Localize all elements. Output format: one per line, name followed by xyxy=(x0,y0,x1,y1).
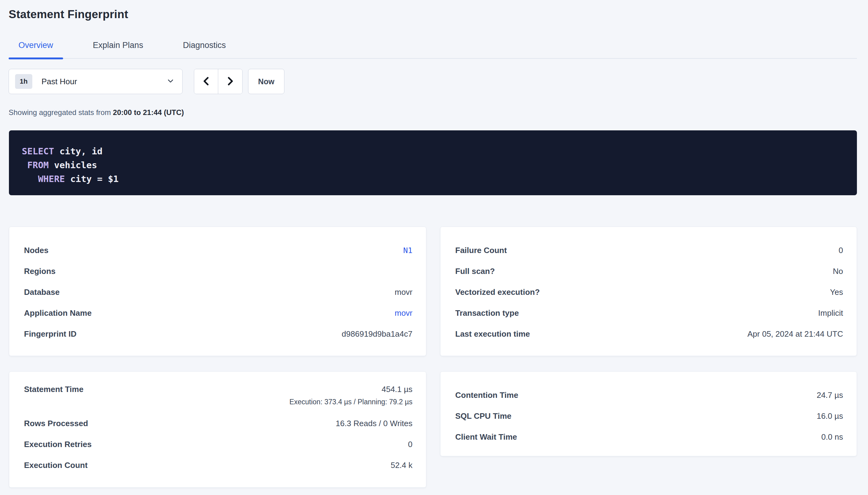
nodes-link[interactable]: N1 xyxy=(403,246,412,255)
last-execution-time-value: Apr 05, 2024 at 21:44 UTC xyxy=(747,329,843,339)
statement-details-card: Nodes N1 Regions Database movr Applicati… xyxy=(9,227,426,356)
transaction-type-label: Transaction type xyxy=(455,308,519,318)
execution-retries-label: Execution Retries xyxy=(24,440,92,449)
chevron-left-icon xyxy=(202,75,211,88)
contention-time-label: Contention Time xyxy=(455,391,518,400)
sql-keyword: FROM xyxy=(27,160,49,170)
time-range-label: Past Hour xyxy=(42,77,77,86)
database-value: movr xyxy=(395,288,412,297)
time-range-dropdown[interactable]: 1h Past Hour xyxy=(9,69,182,94)
vectorized-value: Yes xyxy=(830,288,843,297)
time-controls: 1h Past Hour Now xyxy=(9,69,284,94)
execution-count-value: 52.4 k xyxy=(391,461,412,470)
execution-count-label: Execution Count xyxy=(24,461,88,470)
time-interval-badge: 1h xyxy=(15,74,32,89)
full-scan-label: Full scan? xyxy=(455,267,495,276)
sql-line-3: WHERE city = $1 xyxy=(22,172,844,186)
now-button[interactable]: Now xyxy=(248,69,284,94)
database-row: Database movr xyxy=(24,281,412,303)
execution-attributes-card: Failure Count 0 Full scan? No Vectorized… xyxy=(440,227,857,356)
nodes-label: Nodes xyxy=(24,246,48,255)
client-wait-time-label: Client Wait Time xyxy=(455,432,517,442)
sql-indent xyxy=(22,160,27,170)
rows-processed-row: Rows Processed 16.3 Reads / 0 Writes xyxy=(24,413,412,434)
next-time-button[interactable] xyxy=(218,69,242,94)
tab-bar: Overview Explain Plans Diagnostics xyxy=(9,36,857,59)
execution-retries-row: Execution Retries 0 xyxy=(24,434,412,455)
sql-statement-box: SELECT city, id FROM vehicles WHERE city… xyxy=(9,130,857,195)
last-execution-time-row: Last execution time Apr 05, 2024 at 21:4… xyxy=(455,323,843,344)
execution-retries-value: 0 xyxy=(408,440,412,449)
regions-label: Regions xyxy=(24,267,56,276)
application-name-label: Application Name xyxy=(24,308,92,318)
regions-row: Regions xyxy=(24,261,412,281)
sql-line-1: SELECT city, id xyxy=(22,144,844,158)
application-name-row: Application Name movr xyxy=(24,303,412,323)
statement-time-value: 454.1 µs xyxy=(289,385,412,394)
sql-indent xyxy=(22,174,38,184)
vectorized-row: Vectorized execution? Yes xyxy=(455,281,843,303)
sql-cpu-time-row: SQL CPU Time 16.0 µs xyxy=(455,406,843,426)
statement-metrics-card: Statement Time 454.1 µs Execution: 373.4… xyxy=(9,371,426,488)
sql-text: city = $1 xyxy=(65,174,119,184)
time-pager xyxy=(194,69,243,94)
sql-text: vehicles xyxy=(49,160,97,170)
prev-time-button[interactable] xyxy=(194,69,218,94)
rows-processed-label: Rows Processed xyxy=(24,419,88,428)
wait-time-metrics-card: Contention Time 24.7 µs SQL CPU Time 16.… xyxy=(440,371,857,456)
transaction-type-value: Implicit xyxy=(818,308,843,318)
full-scan-row: Full scan? No xyxy=(455,261,843,281)
statement-fingerprint-page: Statement Fingerprint Overview Explain P… xyxy=(0,0,868,495)
failure-count-row: Failure Count 0 xyxy=(455,240,843,261)
failure-count-value: 0 xyxy=(839,246,843,255)
sql-line-2: FROM vehicles xyxy=(22,158,844,172)
statement-time-label: Statement Time xyxy=(24,385,83,394)
contention-time-row: Contention Time 24.7 µs xyxy=(455,385,843,406)
aggregated-stats-line: Showing aggregated stats from 20:00 to 2… xyxy=(9,108,184,117)
chevron-right-icon xyxy=(226,75,235,88)
failure-count-label: Failure Count xyxy=(455,246,507,255)
stats-line-range: 20:00 to 21:44 (UTC) xyxy=(113,108,184,117)
sql-text: city, id xyxy=(54,146,102,156)
nodes-row: Nodes N1 xyxy=(24,240,412,261)
chevron-down-icon xyxy=(166,76,175,86)
execution-count-row: Execution Count 52.4 k xyxy=(24,455,412,476)
sql-keyword: WHERE xyxy=(38,174,65,184)
sql-cpu-time-label: SQL CPU Time xyxy=(455,411,511,421)
page-title: Statement Fingerprint xyxy=(9,8,128,21)
tab-diagnostics[interactable]: Diagnostics xyxy=(173,36,236,58)
fingerprint-id-row: Fingerprint ID d986919d9ba1a4c7 xyxy=(24,323,412,344)
stats-line-prefix: Showing aggregated stats from xyxy=(9,108,113,117)
rows-processed-value: 16.3 Reads / 0 Writes xyxy=(335,419,412,428)
sql-keyword: SELECT xyxy=(22,146,54,156)
last-execution-time-label: Last execution time xyxy=(455,329,530,339)
fingerprint-id-label: Fingerprint ID xyxy=(24,329,76,339)
contention-time-value: 24.7 µs xyxy=(817,391,843,400)
transaction-type-row: Transaction type Implicit xyxy=(455,303,843,323)
vectorized-label: Vectorized execution? xyxy=(455,288,540,297)
statement-time-detail: Execution: 373.4 µs / Planning: 79.2 µs xyxy=(289,398,412,406)
client-wait-time-row: Client Wait Time 0.0 ns xyxy=(455,426,843,447)
fingerprint-id-value: d986919d9ba1a4c7 xyxy=(342,329,412,339)
tab-overview[interactable]: Overview xyxy=(9,36,63,58)
tab-explain-plans[interactable]: Explain Plans xyxy=(83,36,153,58)
client-wait-time-value: 0.0 ns xyxy=(821,432,843,442)
application-name-link[interactable]: movr xyxy=(395,308,412,318)
sql-cpu-time-value: 16.0 µs xyxy=(817,411,843,421)
database-label: Database xyxy=(24,288,60,297)
statement-time-row: Statement Time 454.1 µs Execution: 373.4… xyxy=(24,385,412,413)
full-scan-value: No xyxy=(833,267,843,276)
